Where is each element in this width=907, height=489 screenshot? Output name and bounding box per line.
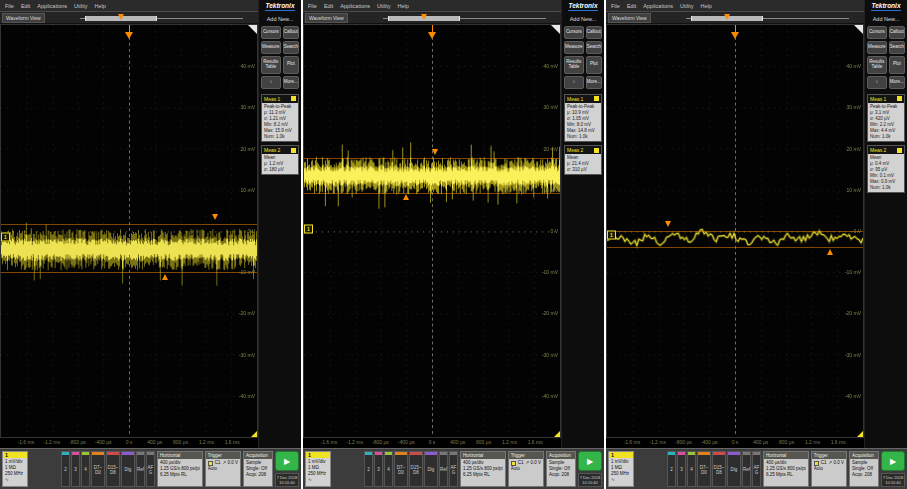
run-stop-button[interactable]: ▶ [881, 451, 905, 471]
run-stop-button[interactable]: ▶ [275, 451, 299, 471]
menu-help[interactable]: Help [397, 3, 408, 9]
callout-button[interactable]: Callout [283, 26, 299, 39]
menu-applications[interactable]: Applications [37, 3, 67, 9]
cursors-button[interactable]: Cursors [261, 26, 281, 39]
acquisition-badge[interactable]: Acquisition Sample Single: Off Acqs: 208 [849, 451, 879, 487]
channel4-button[interactable]: 4 [384, 451, 393, 487]
digital-d15-d8-button[interactable]: D15–D8 [712, 451, 726, 487]
digital-d7-d0-button[interactable]: D7–D0 [394, 451, 408, 487]
digital-d7-d0-button[interactable]: D7–D0 [91, 451, 105, 487]
menu-utility[interactable]: Utility [74, 3, 87, 9]
annotation-arrow-lower-icon[interactable] [403, 194, 409, 200]
menu-help[interactable]: Help [94, 3, 105, 9]
vertical-scale-icon[interactable]: ↕ [564, 76, 584, 89]
acquisition-badge[interactable]: Acquisition Sample Single: Off Acqs: 208 [243, 451, 273, 487]
digital-d7-d0-button[interactable]: D7–D0 [697, 451, 711, 487]
menu-applications[interactable]: Applications [340, 3, 370, 9]
horizontal-badge[interactable]: Horizontal 400 µs/div 1.25 GS/s 800 ps/p… [763, 451, 809, 487]
results-table-button[interactable]: Results Table [564, 56, 584, 74]
measurement-badge-1[interactable]: Meas 1 Peak-to-Peak μ: 3.1 mV σ: 420 µV … [867, 94, 905, 142]
cursors-button[interactable]: Cursors [564, 26, 584, 39]
search-button[interactable]: Search [889, 41, 905, 54]
overview-trigger-marker-icon[interactable] [421, 14, 427, 20]
measure-button[interactable]: Measure [564, 41, 584, 54]
menu-file[interactable]: File [5, 3, 14, 9]
trigger-position-icon[interactable] [731, 25, 739, 39]
cursors-button[interactable]: Cursors [867, 26, 887, 39]
plot-button[interactable]: Plot [283, 56, 299, 74]
more-button[interactable]: More... [586, 76, 602, 89]
channel2-button[interactable]: 2 [61, 451, 70, 487]
search-button[interactable]: Search [586, 41, 602, 54]
channel3-button[interactable]: 3 [374, 451, 383, 487]
measurement-badge-2[interactable]: Meas 2 Mean μ: 21.4 mV σ: 310 µV [564, 145, 602, 175]
channel2-button[interactable]: 2 [667, 451, 676, 487]
acquisition-badge[interactable]: Acquisition Sample Single: Off Acqs: 208 [546, 451, 576, 487]
overview-trigger-marker-icon[interactable] [118, 14, 124, 20]
afg-button[interactable]: AFG [752, 451, 761, 487]
trigger-position-icon[interactable] [125, 25, 133, 39]
more-button[interactable]: More... [889, 76, 905, 89]
measurement-badge-1[interactable]: Meas 1 Peak-to-Peak μ: 11.3 mV σ: 1.21 m… [261, 94, 299, 142]
channel1-badge[interactable]: 1 1 mV/div 1 MΩ 250 MHz ∿ [2, 451, 28, 487]
channel1-badge[interactable]: 1 1 mV/div 1 MΩ 250 MHz ∿ [608, 451, 634, 487]
menu-edit[interactable]: Edit [627, 3, 636, 9]
plot-button[interactable]: Plot [889, 56, 905, 74]
measurement-badge-1[interactable]: Meas 1 Peak-to-Peak μ: 10.9 mV σ: 1.05 m… [564, 94, 602, 142]
menu-utility[interactable]: Utility [680, 3, 693, 9]
horizontal-badge[interactable]: Horizontal 400 µs/div 1.25 GS/s 800 ps/p… [460, 451, 506, 487]
graticule[interactable]: 40 mV 30 mV 20 mV 10 mV 0 V -10 mV -20 m… [303, 24, 561, 438]
menu-applications[interactable]: Applications [643, 3, 673, 9]
expand-handle-icon[interactable] [854, 25, 863, 34]
ref-button[interactable]: Ref [742, 451, 751, 487]
horizontal-badge[interactable]: Horizontal 400 µs/div 1.25 GS/s 800 ps/p… [157, 451, 203, 487]
waveform-canvas[interactable] [1, 25, 257, 437]
menu-utility[interactable]: Utility [377, 3, 390, 9]
channel3-button[interactable]: 3 [71, 451, 80, 487]
annotation-arrow-upper-icon[interactable] [212, 214, 218, 220]
afg-button[interactable]: AFG [146, 451, 155, 487]
trigger-badge[interactable]: Trigger C1 ↗ 0.0 V Auto [205, 451, 241, 487]
trigger-badge[interactable]: Trigger C1 ↗ 0.0 V Auto [811, 451, 847, 487]
channel3-button[interactable]: 3 [677, 451, 686, 487]
annotation-arrow-lower-icon[interactable] [827, 249, 833, 255]
annotation-arrow-lower-icon[interactable] [162, 274, 168, 280]
run-stop-button[interactable]: ▶ [578, 451, 602, 471]
measurement-badge-2[interactable]: Meas 2 Mean μ: 1.2 mV σ: 180 µV [261, 145, 299, 175]
vertical-scale-icon[interactable]: ↕ [867, 76, 887, 89]
expand-handle-icon[interactable] [248, 25, 257, 34]
digital-button[interactable]: Dig [727, 451, 741, 487]
menu-edit[interactable]: Edit [21, 3, 30, 9]
overview-trigger-marker-icon[interactable] [724, 14, 730, 20]
measure-button[interactable]: Measure [867, 41, 887, 54]
waveform-canvas[interactable] [304, 25, 560, 437]
vertical-scale-icon[interactable]: ↕ [261, 76, 281, 89]
menu-edit[interactable]: Edit [324, 3, 333, 9]
menu-file[interactable]: File [308, 3, 317, 9]
annotation-arrow-upper-icon[interactable] [432, 149, 438, 155]
graticule[interactable]: 40 mV 30 mV 20 mV 10 mV 0 V -10 mV -20 m… [0, 24, 258, 438]
results-table-button[interactable]: Results Table [867, 56, 887, 74]
channel4-button[interactable]: 4 [687, 451, 696, 487]
expand-handle-icon[interactable] [551, 25, 560, 34]
channel1-badge[interactable]: 1 1 mV/div 1 MΩ 250 MHz ∿ [305, 451, 331, 487]
trigger-position-icon[interactable] [428, 25, 436, 39]
measure-button[interactable]: Measure [261, 41, 281, 54]
measurement-badge-2[interactable]: Meas 2 Mean μ: 0.4 mV σ: 95 µV Min: 0.1 … [867, 145, 905, 193]
channel4-button[interactable]: 4 [81, 451, 90, 487]
digital-d15-d8-button[interactable]: D15–D8 [106, 451, 120, 487]
trigger-badge[interactable]: Trigger C1 ↗ 0.0 V Auto [508, 451, 544, 487]
search-button[interactable]: Search [283, 41, 299, 54]
callout-button[interactable]: Callout [889, 26, 905, 39]
channel2-button[interactable]: 2 [364, 451, 373, 487]
annotation-arrow-upper-icon[interactable] [665, 221, 671, 227]
digital-button[interactable]: Dig [121, 451, 135, 487]
plot-button[interactable]: Plot [586, 56, 602, 74]
digital-d15-d8-button[interactable]: D15–D8 [409, 451, 423, 487]
channel1-ground-marker[interactable]: 1 [607, 231, 616, 240]
afg-button[interactable]: AFG [449, 451, 458, 487]
channel1-ground-marker[interactable]: 1 [304, 224, 313, 233]
menu-file[interactable]: File [611, 3, 620, 9]
results-table-button[interactable]: Results Table [261, 56, 281, 74]
graticule[interactable]: 40 mV 30 mV 20 mV 10 mV 0 V -10 mV -20 m… [606, 24, 864, 438]
